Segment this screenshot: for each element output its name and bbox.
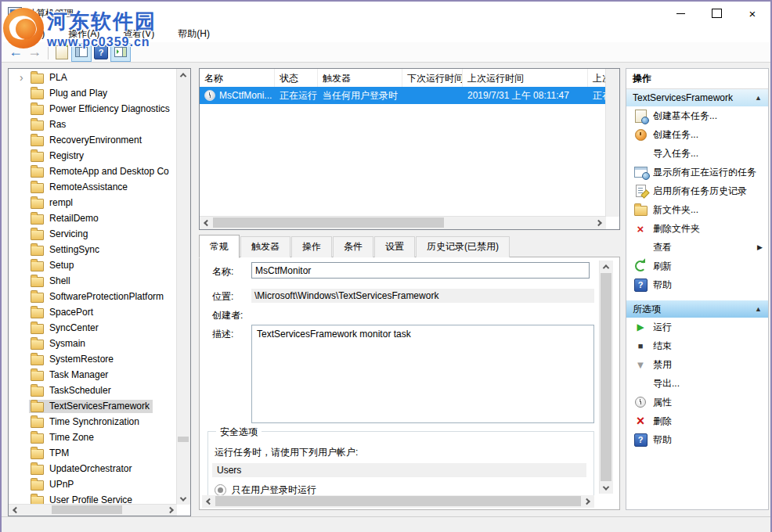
tree-item[interactable]: TaskScheduler [9, 383, 177, 398]
tree-vertical-scrollbar[interactable] [176, 69, 190, 505]
column-header[interactable]: 上次 [588, 69, 606, 87]
scroll-up-button[interactable] [177, 69, 189, 81]
scroll-right-button[interactable] [165, 505, 177, 515]
tree-item[interactable]: SyncCenter [9, 320, 177, 336]
tree-item[interactable]: Registry [9, 148, 177, 164]
action-item[interactable]: ×删除文件夹 [626, 219, 768, 238]
radio-selected-icon[interactable] [215, 484, 226, 496]
tree-item[interactable]: UpdateOrchestrator [9, 461, 177, 476]
column-header[interactable]: 触发器 [318, 69, 402, 87]
tree-horizontal-scrollbar[interactable] [9, 504, 177, 516]
tree-item[interactable]: Power Efficiency Diagnostics [9, 101, 177, 117]
tree-item[interactable]: Plug and Play [9, 85, 177, 101]
action-item[interactable]: ?帮助 [626, 275, 768, 294]
list-vertical-scrollbar[interactable] [605, 69, 619, 217]
tree-item[interactable]: ›PLA [9, 70, 177, 85]
scroll-down-button[interactable] [177, 493, 189, 505]
action-item[interactable]: 导出... [626, 374, 768, 393]
tree-item[interactable]: RemoteAssistance [9, 179, 177, 195]
tree-item[interactable]: User Profile Service [9, 492, 177, 505]
details-vertical-scrollbar[interactable] [599, 261, 613, 494]
tree-item[interactable]: rempl [9, 195, 177, 210]
back-button[interactable]: ← [6, 44, 25, 61]
action-item[interactable]: ×删除 [626, 412, 768, 430]
tree-item[interactable]: Ras [9, 117, 177, 132]
minimize-button[interactable] [662, 2, 698, 25]
tree-item[interactable]: RetailDemo [9, 210, 177, 226]
tree-item[interactable]: UPnP [9, 476, 177, 492]
export-list-button[interactable] [52, 44, 71, 61]
scroll-left-button[interactable] [202, 495, 215, 507]
details-horizontal-scrollbar[interactable] [202, 495, 594, 508]
action-item[interactable]: 属性 [626, 393, 768, 412]
scroll-thumb[interactable] [601, 273, 611, 481]
tree-item[interactable]: SystemRestore [9, 351, 177, 367]
tab-item[interactable]: 操作 [291, 236, 332, 257]
scroll-thumb[interactable] [213, 217, 444, 228]
action-item[interactable]: 查看▶ [626, 238, 768, 257]
scroll-up-button[interactable] [600, 261, 612, 272]
description-box[interactable]: TextServicesFramework monitor task [251, 325, 594, 423]
tab-item[interactable]: 设置 [374, 236, 415, 257]
chevron-right-icon[interactable]: › [20, 71, 29, 84]
tree-item[interactable]: Time Zone [9, 430, 177, 445]
scroll-left-button[interactable] [9, 505, 20, 515]
column-header[interactable]: 上次运行时间 [463, 69, 588, 87]
tree-item[interactable]: Sysmain [9, 336, 177, 351]
action-item[interactable]: 创建任务... [626, 125, 768, 144]
action-item[interactable]: 启用所有任务历史记录 [626, 182, 768, 200]
close-button[interactable]: × [734, 2, 770, 25]
list-horizontal-scrollbar[interactable] [200, 216, 606, 229]
tab-item[interactable]: 条件 [333, 236, 373, 257]
action-pane-toggle-button[interactable] [110, 43, 131, 62]
tree-item[interactable]: SettingSync [9, 242, 177, 257]
action-item[interactable]: 刷新 [626, 257, 768, 275]
scroll-thumb[interactable] [52, 505, 122, 514]
tree-item[interactable]: SpacePort [9, 304, 177, 320]
actions-section-header[interactable]: 所选项▲ [626, 300, 768, 318]
maximize-button[interactable] [698, 2, 734, 25]
column-header[interactable]: 下次运行时间 [402, 69, 463, 87]
collapse-icon[interactable]: ▲ [755, 305, 762, 313]
action-item[interactable]: ■结束 [626, 336, 768, 355]
scroll-thumb[interactable] [215, 496, 581, 506]
action-item[interactable]: 导入任务... [626, 144, 768, 163]
menu-item[interactable]: 帮助(H) [170, 25, 218, 43]
tree-item[interactable]: Task Manager [9, 367, 177, 383]
collapse-icon[interactable]: ▲ [755, 94, 762, 102]
column-header[interactable]: 状态 [275, 69, 318, 87]
menu-item[interactable]: 操作(A) [60, 25, 107, 43]
tab-active[interactable]: 常规 [199, 235, 240, 258]
tree-item[interactable]: TPM [9, 445, 177, 461]
tree-item[interactable]: Servicing [9, 226, 177, 242]
scroll-right-button[interactable] [593, 217, 606, 228]
column-header[interactable]: 名称 [200, 69, 275, 87]
tree-item[interactable]: TextServicesFramework [9, 398, 177, 414]
tree-item[interactable]: Shell [9, 273, 177, 289]
action-item[interactable]: ?帮助 [626, 430, 768, 449]
forward-button[interactable]: → [25, 44, 44, 61]
action-item[interactable]: 创建基本任务... [626, 106, 768, 125]
tab-item[interactable]: 触发器 [240, 236, 290, 257]
actions-section-header[interactable]: TextServicesFramework▲ [626, 89, 768, 106]
tree-item[interactable]: Time Synchronization [9, 414, 177, 430]
menu-item[interactable]: 文件(F) [6, 25, 52, 43]
console-tree-toggle-button[interactable] [71, 43, 92, 62]
tab-item[interactable]: 历史记录(已禁用) [416, 236, 510, 257]
help-button[interactable]: ? [92, 44, 110, 61]
action-item[interactable]: ▼禁用 [626, 355, 768, 374]
tree-item[interactable]: RemoteApp and Desktop Co [9, 164, 177, 179]
scroll-down-button[interactable] [600, 482, 612, 494]
task-row[interactable]: MsCtfMoni...正在运行当任何用户登录时2019/7/31 上午 08:… [200, 87, 606, 104]
task-name-input[interactable] [251, 262, 590, 279]
scroll-thumb[interactable] [178, 437, 189, 442]
scroll-left-button[interactable] [200, 217, 212, 228]
action-item[interactable]: 新文件夹... [626, 200, 768, 219]
tree-item[interactable]: SoftwareProtectionPlatform [9, 289, 177, 304]
tree-item[interactable]: RecoveryEnvironment [9, 132, 177, 148]
action-item[interactable]: ▶运行 [626, 318, 768, 336]
action-item[interactable]: 显示所有正在运行的任务 [626, 163, 768, 182]
scroll-right-button[interactable] [582, 495, 594, 507]
menu-item[interactable]: 查看(V) [115, 25, 162, 43]
tree-item[interactable]: Setup [9, 257, 177, 273]
